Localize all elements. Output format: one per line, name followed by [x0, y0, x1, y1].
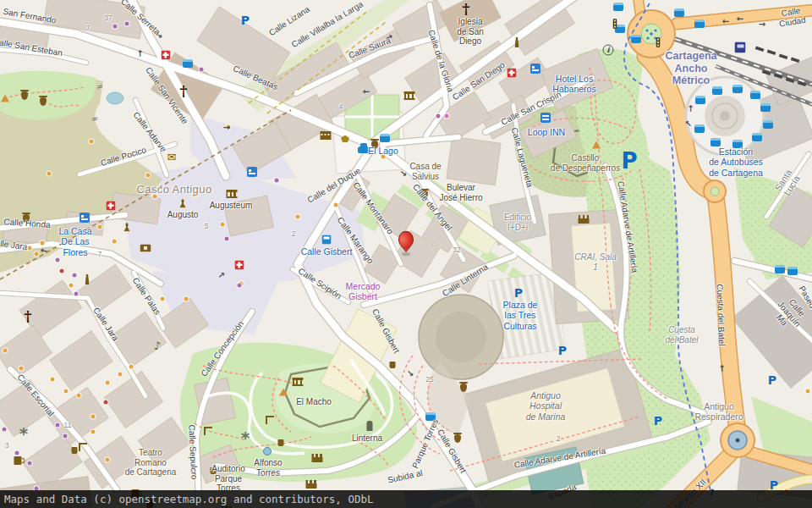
bus-station-circle [686, 77, 764, 155]
pin-shadow [402, 252, 410, 256]
mound [419, 295, 503, 379]
attribution-text: Maps and Data (c) openstreetmap.org and … [4, 493, 374, 505]
map-canvas[interactable]: PPPPPPP†††i✉♪**≠≠→→→→→→→→→→→→→→→→ San Fe… [0, 0, 812, 508]
attribution-bar: Maps and Data (c) openstreetmap.org and … [0, 490, 812, 508]
